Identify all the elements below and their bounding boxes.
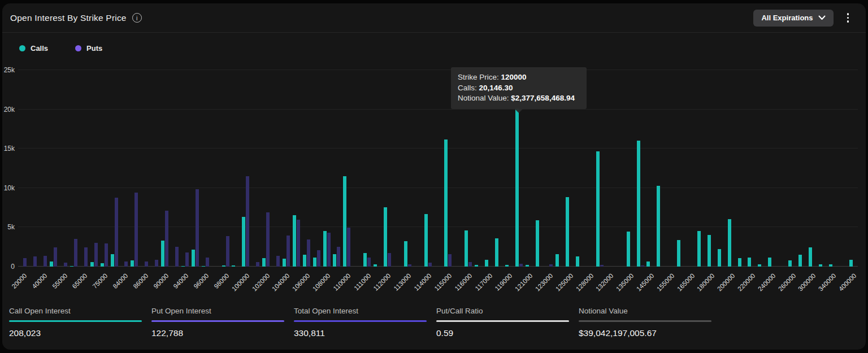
call-bar[interactable] xyxy=(232,265,235,267)
call-bar[interactable] xyxy=(728,219,731,267)
call-bar[interactable] xyxy=(101,263,104,267)
call-bar[interactable] xyxy=(222,265,225,267)
put-bar[interactable] xyxy=(468,262,472,267)
call-bar[interactable] xyxy=(738,258,741,267)
put-bar[interactable] xyxy=(307,239,310,267)
call-bar[interactable] xyxy=(404,241,407,267)
put-bar[interactable] xyxy=(388,253,391,267)
call-bar[interactable] xyxy=(505,265,509,267)
call-bar[interactable] xyxy=(748,258,751,267)
put-bar[interactable] xyxy=(641,265,644,267)
put-bar[interactable] xyxy=(287,236,290,267)
put-bar[interactable] xyxy=(256,262,259,267)
call-bar[interactable] xyxy=(708,235,711,267)
call-bar[interactable] xyxy=(181,266,185,267)
call-bar[interactable] xyxy=(313,258,316,267)
put-bar[interactable] xyxy=(165,211,168,267)
call-bar[interactable] xyxy=(161,241,164,267)
call-bar[interactable] xyxy=(424,214,428,267)
put-bar[interactable] xyxy=(124,262,128,267)
call-bar[interactable] xyxy=(657,186,660,267)
put-bar[interactable] xyxy=(246,176,249,267)
call-bar[interactable] xyxy=(829,264,832,267)
put-bar[interactable] xyxy=(33,256,37,267)
call-bar[interactable] xyxy=(526,265,529,267)
call-bar[interactable] xyxy=(788,260,792,267)
call-bar[interactable] xyxy=(849,260,853,267)
put-bar[interactable] xyxy=(367,258,371,267)
put-bar[interactable] xyxy=(276,256,280,267)
call-bar[interactable] xyxy=(768,258,771,267)
put-bar[interactable] xyxy=(185,252,189,267)
call-bar[interactable] xyxy=(242,217,245,267)
put-bar[interactable] xyxy=(317,250,320,267)
put-bar[interactable] xyxy=(600,265,604,267)
call-bar[interactable] xyxy=(555,254,559,267)
put-bar[interactable] xyxy=(266,212,270,267)
call-bar[interactable] xyxy=(374,264,377,267)
put-bar[interactable] xyxy=(448,254,452,267)
call-bar[interactable] xyxy=(646,262,650,267)
call-bar[interactable] xyxy=(627,232,630,267)
call-bar[interactable] xyxy=(485,260,488,267)
put-bar[interactable] xyxy=(347,228,350,267)
call-bar[interactable] xyxy=(798,255,802,267)
info-icon[interactable]: i xyxy=(132,13,142,23)
call-bar[interactable] xyxy=(475,265,478,267)
put-bar[interactable] xyxy=(105,243,108,267)
call-bar[interactable] xyxy=(515,108,519,267)
call-bar[interactable] xyxy=(677,240,680,267)
call-bar[interactable] xyxy=(596,151,600,267)
put-bar[interactable] xyxy=(297,220,300,267)
call-bar[interactable] xyxy=(465,230,468,267)
legend-item-calls[interactable]: Calls xyxy=(19,44,48,53)
call-bar[interactable] xyxy=(363,253,367,267)
expirations-dropdown[interactable]: All Expirations xyxy=(753,10,833,27)
put-bar[interactable] xyxy=(134,193,138,267)
call-bar[interactable] xyxy=(70,266,73,267)
call-bar[interactable] xyxy=(444,140,448,267)
call-bar[interactable] xyxy=(495,238,498,267)
call-bar[interactable] xyxy=(697,231,701,267)
put-bar[interactable] xyxy=(145,262,148,267)
call-bar[interactable] xyxy=(90,262,94,267)
call-bar[interactable] xyxy=(384,207,387,267)
call-bar[interactable] xyxy=(50,262,53,267)
call-bar[interactable] xyxy=(536,220,539,267)
call-bar[interactable] xyxy=(323,231,327,267)
put-bar[interactable] xyxy=(94,243,98,267)
call-bar[interactable] xyxy=(192,250,195,267)
put-bar[interactable] xyxy=(84,247,88,267)
call-bar[interactable] xyxy=(637,141,640,267)
put-bar[interactable] xyxy=(519,264,523,267)
put-bar[interactable] xyxy=(44,256,47,267)
put-bar[interactable] xyxy=(23,258,27,267)
call-bar[interactable] xyxy=(333,254,336,267)
call-bar[interactable] xyxy=(758,264,761,267)
call-bar[interactable] xyxy=(809,247,812,267)
put-bar[interactable] xyxy=(408,264,411,267)
kebab-menu-icon[interactable] xyxy=(845,11,852,25)
call-bar[interactable] xyxy=(262,258,266,267)
put-bar[interactable] xyxy=(196,189,199,267)
call-bar[interactable] xyxy=(566,197,569,267)
put-bar[interactable] xyxy=(155,260,158,267)
call-bar[interactable] xyxy=(283,259,286,267)
put-bar[interactable] xyxy=(115,198,118,267)
put-bar[interactable] xyxy=(428,263,432,267)
call-bar[interactable] xyxy=(111,254,114,267)
call-bar[interactable] xyxy=(718,249,721,267)
call-bar[interactable] xyxy=(819,264,822,267)
put-bar[interactable] xyxy=(327,233,331,267)
call-bar[interactable] xyxy=(131,260,134,267)
call-bar[interactable] xyxy=(343,176,346,267)
put-bar[interactable] xyxy=(206,258,209,267)
put-bar[interactable] xyxy=(226,236,229,267)
put-bar[interactable] xyxy=(337,247,340,267)
call-bar[interactable] xyxy=(202,266,205,267)
put-bar[interactable] xyxy=(54,247,57,267)
call-bar[interactable] xyxy=(293,215,296,267)
call-bar[interactable] xyxy=(576,256,579,267)
put-bar[interactable] xyxy=(175,247,179,267)
put-bar[interactable] xyxy=(74,239,77,267)
